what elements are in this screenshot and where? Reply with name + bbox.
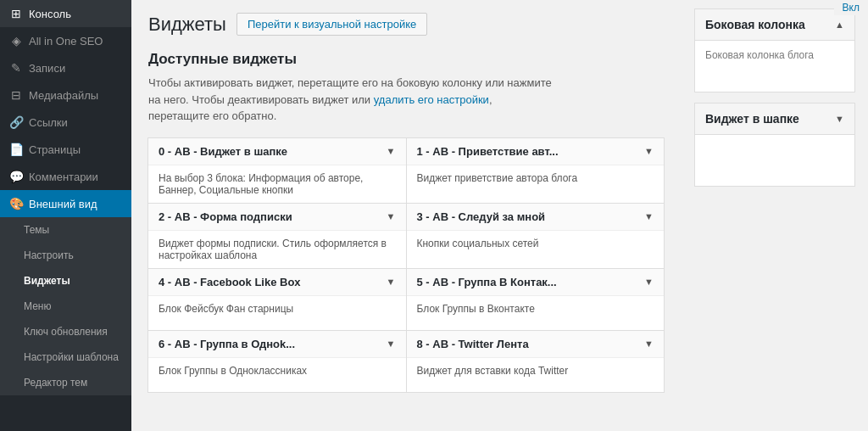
- sidebar-label-appearance: Внешний вид: [29, 198, 97, 210]
- widget-header-w7[interactable]: 8 - АВ - Twitter Лента ▼: [407, 331, 665, 358]
- widget-header-w4[interactable]: 4 - АВ - Facebook Like Box ▼: [148, 269, 406, 296]
- topbar-link[interactable]: Вкл: [843, 2, 860, 14]
- sidebar-subitem-theme-settings[interactable]: Настройки шаблона: [0, 344, 131, 370]
- sidebar-icon-media: ⊟: [8, 88, 24, 102]
- widget-card-w5: 5 - АВ - Группа В Контак... ▼ Блок Групп…: [406, 268, 665, 331]
- sidebar-sublabel-customize: Настроить: [24, 249, 74, 261]
- sidebar-main-items: ⊞Консоль◈All in One SEO✎Записи⊟Медиафайл…: [0, 0, 131, 217]
- sidebar-label-pages: Страницы: [29, 143, 81, 156]
- widget-card-w0: 0 - АВ - Виджет в шапке ▼ На выбор 3 бло…: [147, 137, 407, 204]
- widget-dropdown-icon-w0[interactable]: ▼: [387, 146, 396, 156]
- sidebar-subitem-widgets[interactable]: Виджеты: [0, 268, 131, 294]
- widget-dropdown-icon-w5[interactable]: ▼: [644, 277, 654, 287]
- sidebar-icon-links: 🔗: [8, 115, 24, 129]
- sidebar-label-console: Консоль: [29, 8, 71, 20]
- widget-dropdown-icon-w3[interactable]: ▼: [644, 211, 654, 221]
- sidebar-widget-toggle-header-widget[interactable]: ▼: [835, 114, 844, 124]
- sidebar-icon-all-in-one-seo: ◈: [8, 34, 24, 48]
- sidebar-sublabel-menus: Меню: [24, 300, 51, 312]
- sidebar-item-appearance[interactable]: 🎨Внешний вид: [0, 190, 131, 217]
- widget-header-w5[interactable]: 5 - АВ - Группа В Контак... ▼: [407, 269, 665, 296]
- widget-body-w1: Виджет приветствие автора блога: [407, 165, 665, 199]
- sidebar-widget-sidebar-col: Боковая колонка ▲ Боковая колонка блога: [694, 8, 855, 92]
- widget-card-w1: 1 - АВ - Приветствие авт... ▼ Виджет при…: [406, 137, 665, 204]
- sidebar-sublabel-theme-editor: Редактор тем: [24, 377, 87, 389]
- sidebar-icon-records: ✎: [8, 61, 24, 75]
- sidebar-subitem-update-key[interactable]: Ключ обновления: [0, 319, 131, 344]
- sidebar-icon-comments: 💬: [8, 170, 24, 183]
- sidebar-widget-header-widget: Виджет в шапке ▼: [694, 103, 855, 187]
- sidebar-label-comments: Комментарии: [29, 171, 98, 183]
- sidebar-widget-body-header-widget: [695, 135, 854, 186]
- widget-body-w5: Блок Группы в Вконтакте: [407, 296, 665, 330]
- sidebar-widget-title-header-widget: Виджет в шапке: [705, 112, 799, 126]
- right-panel: Боковая колонка ▲ Боковая колонка блога …: [682, 0, 868, 431]
- sidebar-label-media: Медиафайлы: [29, 89, 98, 102]
- widget-title-w5: 5 - АВ - Группа В Контак...: [417, 276, 557, 288]
- sidebar-widget-toggle-sidebar-col[interactable]: ▲: [835, 20, 844, 30]
- widget-card-w6: 6 - АВ - Группа в Одноk... ▼ Блок Группы…: [147, 330, 407, 393]
- widget-header-w0[interactable]: 0 - АВ - Виджет в шапке ▼: [148, 138, 406, 165]
- sidebar-item-media[interactable]: ⊟Медиафайлы: [0, 81, 131, 109]
- sidebar-label-all-in-one-seo: All in One SEO: [29, 35, 103, 48]
- page-header: Виджеты Перейти к визуальной настройке: [148, 13, 665, 36]
- widget-dropdown-icon-w1[interactable]: ▼: [644, 146, 654, 156]
- widget-header-w1[interactable]: 1 - АВ - Приветствие авт... ▼: [407, 138, 665, 165]
- sidebar-widget-boxes: Боковая колонка ▲ Боковая колонка блога …: [694, 8, 855, 187]
- sidebar-icon-appearance: 🎨: [8, 197, 24, 210]
- page-title: Виджеты: [148, 14, 226, 36]
- sidebar-sublabel-update-key: Ключ обновления: [24, 326, 108, 338]
- sidebar-item-links[interactable]: 🔗Ссылки: [0, 109, 131, 136]
- widget-title-w2: 2 - АВ - Форма подписки: [159, 210, 292, 223]
- sidebar-sublabel-widgets: Виджеты: [24, 275, 70, 287]
- sidebar: ⊞Консоль◈All in One SEO✎Записи⊟Медиафайл…: [0, 0, 131, 431]
- widget-body-w7: Виджет для вставки кода Twitter: [407, 358, 665, 392]
- widget-header-w3[interactable]: 3 - АВ - Следуй за мной ▼: [407, 204, 665, 231]
- widget-dropdown-icon-w4[interactable]: ▼: [387, 277, 396, 287]
- widget-title-w6: 6 - АВ - Группа в Одноk...: [159, 338, 295, 350]
- widget-dropdown-icon-w2[interactable]: ▼: [387, 211, 396, 221]
- sidebar-widget-header-sidebar-col[interactable]: Боковая колонка ▲: [695, 9, 854, 41]
- sidebar-item-console[interactable]: ⊞Консоль: [0, 0, 131, 27]
- section-title: Доступные виджеты: [148, 51, 665, 68]
- sidebar-widget-header-header-widget[interactable]: Виджет в шапке ▼: [695, 104, 854, 135]
- widget-title-w1: 1 - АВ - Приветствие авт...: [417, 145, 559, 158]
- sidebar-subitem-themes[interactable]: Темы: [0, 217, 131, 243]
- widget-body-w4: Блок Фейсбук Фан старницы: [148, 296, 406, 330]
- widget-card-w2: 2 - АВ - Форма подписки ▼ Виджет формы п…: [147, 203, 407, 269]
- widget-dropdown-icon-w6[interactable]: ▼: [387, 339, 396, 349]
- widget-body-w0: На выбор 3 блока: Информация об авторе, …: [148, 165, 406, 203]
- widget-body-w6: Блок Группы в Одноклассниках: [148, 358, 406, 392]
- sidebar-item-records[interactable]: ✎Записи: [0, 54, 131, 81]
- section-desc: Чтобы активировать виджет, перетащите ег…: [148, 75, 555, 125]
- sidebar-item-all-in-one-seo[interactable]: ◈All in One SEO: [0, 27, 131, 54]
- sidebar-label-links: Ссылки: [29, 116, 68, 129]
- widget-body-w2: Виджет формы подписки. Стиль оформляется…: [148, 231, 406, 268]
- widget-title-w3: 3 - АВ - Следуй за мной: [417, 210, 546, 223]
- sidebar-widget-title-sidebar-col: Боковая колонка: [705, 18, 805, 31]
- sidebar-label-records: Записи: [29, 62, 65, 75]
- sidebar-item-comments[interactable]: 💬Комментарии: [0, 163, 131, 190]
- sidebar-submenu: ТемыНастроитьВиджетыМенюКлюч обновленияН…: [0, 217, 131, 395]
- main-content: Виджеты Перейти к визуальной настройке Д…: [131, 0, 682, 431]
- sidebar-subitem-menus[interactable]: Меню: [0, 294, 131, 319]
- widget-card-w3: 3 - АВ - Следуй за мной ▼ Кнопки социаль…: [406, 203, 665, 269]
- sidebar-subitem-theme-editor[interactable]: Редактор тем: [0, 370, 131, 395]
- widget-title-w4: 4 - АВ - Facebook Like Box: [159, 276, 301, 288]
- widget-body-w3: Кнопки социальных сетей: [407, 231, 665, 265]
- sidebar-icon-console: ⊞: [8, 7, 24, 20]
- sidebar-widget-body-sidebar-col: Боковая колонка блога: [695, 41, 854, 92]
- widget-dropdown-icon-w7[interactable]: ▼: [644, 339, 654, 349]
- sidebar-subitem-customize[interactable]: Настроить: [0, 243, 131, 268]
- widget-title-w7: 8 - АВ - Twitter Лента: [417, 338, 529, 350]
- visual-setup-button[interactable]: Перейти к визуальной настройке: [236, 13, 427, 36]
- topbar: Вкл: [834, 0, 868, 15]
- sidebar-item-pages[interactable]: 📄Страницы: [0, 136, 131, 163]
- widget-header-w6[interactable]: 6 - АВ - Группа в Одноk... ▼: [148, 331, 406, 358]
- widgets-grid: 0 - АВ - Виджет в шапке ▼ На выбор 3 бло…: [148, 138, 665, 393]
- widget-title-w0: 0 - АВ - Виджет в шапке: [159, 145, 287, 158]
- widget-card-w4: 4 - АВ - Facebook Like Box ▼ Блок Фейсбу…: [147, 268, 407, 331]
- widget-card-w7: 8 - АВ - Twitter Лента ▼ Виджет для вста…: [406, 330, 665, 393]
- deactivate-link[interactable]: удалить его настройки: [374, 93, 489, 106]
- widget-header-w2[interactable]: 2 - АВ - Форма подписки ▼: [148, 204, 406, 231]
